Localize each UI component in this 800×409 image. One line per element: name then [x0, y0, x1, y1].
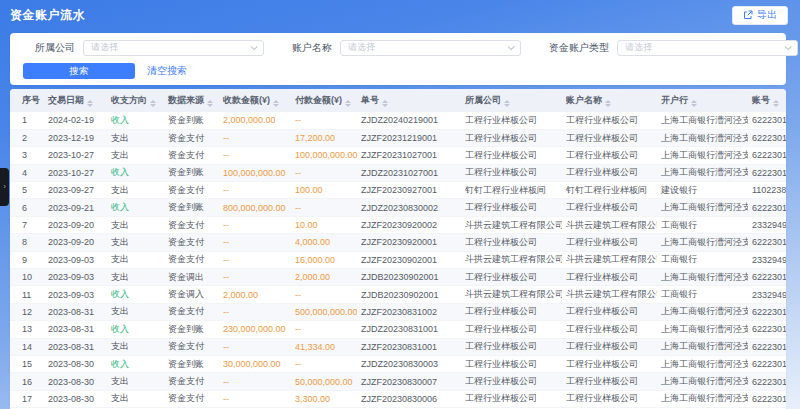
cell-account_no: 622230111	[748, 199, 786, 216]
cell-pay: 3,300.00	[291, 390, 357, 407]
cell-account_no: 622230111	[748, 338, 786, 355]
cell-company: 工程行业样板公司	[461, 390, 562, 407]
cell-bank: 工商银行	[657, 286, 748, 303]
col-header-account-no[interactable]: 账号	[748, 89, 786, 112]
cell-pay: --	[291, 112, 357, 129]
table-row[interactable]: 52023-09-27支出资金支付--100.00ZJZF20230927001…	[10, 182, 786, 199]
cell-receive: --	[219, 129, 291, 146]
cell-company: 斗拱云建筑工程有限公司	[461, 216, 562, 233]
export-button-label: 导出	[757, 8, 777, 22]
cell-source: 资金到账	[164, 164, 219, 181]
cell-order_no: ZJDZ20231027001	[357, 164, 461, 181]
sort-icon	[207, 100, 213, 107]
cell-account_name: 斗拱云建筑工程有限公司	[562, 251, 657, 268]
cell-account_name: 斗拱云建筑工程有限公司	[562, 286, 657, 303]
filter-field-account-type: 资金账户类型 请选择	[549, 40, 798, 56]
cell-date: 2023-10-27	[44, 147, 107, 164]
cell-source: 资金支付	[164, 338, 219, 355]
col-header-bank[interactable]: 开户行	[657, 89, 748, 112]
cell-source: 资金到账	[164, 199, 219, 216]
account-name-select[interactable]: 请选择	[340, 40, 521, 56]
table-row[interactable]: 162023-08-30支出资金支付--50,000,000.00ZJZF202…	[10, 373, 786, 390]
table-row[interactable]: 42023-10-27收入资金到账100,000,000.00--ZJDZ202…	[10, 164, 786, 181]
col-header-account-name[interactable]: 账户名称	[562, 89, 657, 112]
cell-bank: 上海工商银行漕河泾支行	[657, 234, 748, 251]
cell-source: 资金调入	[164, 286, 219, 303]
table-row[interactable]: 112023-09-03收入资金调入2,000.00--ZJDB20230902…	[10, 286, 786, 303]
cell-receive: 2,000.00	[219, 286, 291, 303]
company-select[interactable]: 请选择	[83, 40, 264, 56]
cell-account_no: 622230111	[748, 355, 786, 372]
cell-account_no: 622230111	[748, 234, 786, 251]
col-header-company[interactable]: 所属公司	[461, 89, 562, 112]
cell-order_no: ZJZF20231219001	[357, 129, 461, 146]
sort-icon	[691, 100, 697, 107]
table-row[interactable]: 82023-09-20支出资金支付--4,000.00ZJZF202309200…	[10, 234, 786, 251]
table-row[interactable]: 172023-08-30支出资金支付--3,300.00ZJZF20230830…	[10, 390, 786, 407]
col-header-order-no[interactable]: 单号	[357, 89, 461, 112]
fund-account-flow-page: 资金账户流水 导出 所属公司 请选择 账户名称	[0, 0, 800, 409]
cell-order_no: ZJDB20230902001	[357, 269, 461, 286]
cell-pay: 16,000.00	[291, 251, 357, 268]
top-bar: 资金账户流水 导出	[0, 0, 800, 30]
table-row[interactable]: 122023-08-31支出资金支付--500,000,000.00ZJZF20…	[10, 303, 786, 320]
cell-direction: 支出	[107, 182, 164, 199]
cell-date: 2023-08-31	[44, 321, 107, 338]
cell-bank: 上海工商银行漕河泾支行	[657, 355, 748, 372]
chevron-down-icon	[251, 43, 258, 50]
cell-account_name: 工程行业样板公司	[562, 373, 657, 390]
table-row[interactable]: 152023-08-30收入资金到账30,000,000.00--ZJDZ202…	[10, 355, 786, 372]
cell-account_no: 622230111	[748, 147, 786, 164]
table-header-row: 序号 交易日期 收支方向 数据来源 收款金额(¥) 付款金额(¥) 单号 所属公…	[10, 89, 786, 112]
table-row[interactable]: 22023-12-19支出资金支付--17,200.00ZJZF20231219…	[10, 129, 786, 146]
table-row[interactable]: 102023-09-03支出资金调出--2,000.00ZJDB20230902…	[10, 269, 786, 286]
cell-bank: 工商银行	[657, 251, 748, 268]
cell-pay: 4,000.00	[291, 234, 357, 251]
cell-account_name: 工程行业样板公司	[562, 303, 657, 320]
cell-source: 资金支付	[164, 390, 219, 407]
cell-account_no: 622230111	[748, 112, 786, 129]
table-row[interactable]: 32023-10-27支出资金支付--100,000,000.00ZJZF202…	[10, 147, 786, 164]
table-row[interactable]: 142023-08-31支出资金支付--41,334.00ZJZF2023083…	[10, 338, 786, 355]
clear-search-button[interactable]: 清空搜索	[147, 64, 187, 78]
sort-icon	[773, 100, 779, 107]
table-row[interactable]: 62023-09-21收入资金到账800,000,000.00--ZJDZ202…	[10, 199, 786, 216]
side-drawer-handle[interactable]: ›	[0, 168, 9, 206]
cell-company: 工程行业样板公司	[461, 129, 562, 146]
cell-direction: 支出	[107, 251, 164, 268]
cell-company: 工程行业样板公司	[461, 147, 562, 164]
cell-company: 工程行业样板公司	[461, 234, 562, 251]
col-header-receive-amount[interactable]: 收款金额(¥)	[219, 89, 291, 112]
search-button[interactable]: 搜索	[23, 63, 135, 79]
sort-icon	[345, 100, 351, 107]
col-header-direction[interactable]: 收支方向	[107, 89, 164, 112]
account-type-select[interactable]: 请选择	[617, 40, 798, 56]
col-header-date[interactable]: 交易日期	[44, 89, 107, 112]
table-row[interactable]: 132023-08-31收入资金到账230,000,000.00--ZJDZ20…	[10, 321, 786, 338]
cell-company: 工程行业样板公司	[461, 373, 562, 390]
cell-no: 13	[10, 321, 44, 338]
filter-actions: 搜索 清空搜索	[10, 63, 786, 79]
chevron-down-icon	[785, 43, 792, 50]
cell-pay: --	[291, 355, 357, 372]
sort-icon	[87, 100, 93, 107]
cell-account_no: 622230111	[748, 303, 786, 320]
cell-company: 工程行业样板公司	[461, 338, 562, 355]
cell-no: 11	[10, 286, 44, 303]
sort-icon	[150, 100, 156, 107]
cell-source: 资金支付	[164, 373, 219, 390]
table-row[interactable]: 72023-09-20支出资金支付--10.00ZJZF20230920002斗…	[10, 216, 786, 233]
cell-direction: 收入	[107, 112, 164, 129]
cell-no: 5	[10, 182, 44, 199]
cell-order_no: ZJZF20230920002	[357, 216, 461, 233]
cell-account_name: 工程行业样板公司	[562, 355, 657, 372]
col-header-source[interactable]: 数据来源	[164, 89, 219, 112]
cell-bank: 工商银行	[657, 216, 748, 233]
col-header-pay-amount[interactable]: 付款金额(¥)	[291, 89, 357, 112]
cell-direction: 支出	[107, 303, 164, 320]
table-row[interactable]: 12024-02-19收入资金到账2,000,000.00--ZJDZ20240…	[10, 112, 786, 129]
export-button[interactable]: 导出	[732, 6, 788, 25]
cell-no: 15	[10, 355, 44, 372]
cell-order_no: ZJZF20231027001	[357, 147, 461, 164]
table-row[interactable]: 92023-09-03支出资金支付--16,000.00ZJZF20230902…	[10, 251, 786, 268]
